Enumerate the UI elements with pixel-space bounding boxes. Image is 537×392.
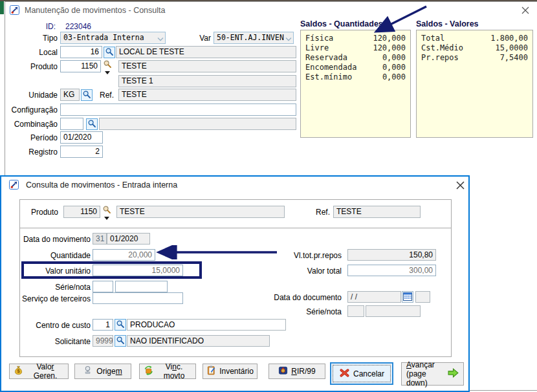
window2-close-button[interactable] — [455, 181, 465, 191]
saldos-valores-panel: Total1.800,00 Cst.Médio15,0000 Pr.repos7… — [416, 30, 533, 138]
dropdown-triangle-icon — [104, 217, 109, 220]
origem-button[interactable]: Origem — [74, 364, 131, 379]
vl-tot-pr-repos-label: Vl.tot.pr.repos — [247, 251, 342, 260]
saldo-row: Física120,000 — [305, 34, 406, 43]
combinacao-label: Combinação — [5, 120, 58, 129]
nota2-field[interactable] — [366, 305, 421, 317]
window1-close-button[interactable] — [520, 6, 531, 16]
data-movimento-field[interactable]: 01/2020 — [107, 233, 150, 245]
valor-unitario-label: Valor unitário — [1, 267, 91, 276]
calendar-button[interactable] — [402, 291, 413, 303]
data-documento-input[interactable]: / / — [347, 291, 401, 303]
stamp-icon — [83, 365, 93, 377]
avancar-button[interactable]: Avançar (page down) — [401, 362, 464, 386]
app-icon — [10, 5, 19, 15]
saldos-quantidades-panel: Física120,000 Livre120,000 Reservada0,00… — [300, 30, 411, 138]
dropdown-triangle-icon — [105, 71, 110, 74]
solicitante-code-input[interactable]: 9999 — [93, 335, 113, 347]
serie2-field[interactable] — [347, 305, 364, 317]
produto-search-button[interactable] — [102, 205, 112, 220]
tipo-label: Tipo — [5, 34, 58, 43]
valor-unitario-input[interactable]: 15,0000 — [93, 265, 183, 276]
clipboard-icon — [206, 365, 216, 377]
serie-nota-label: Série/nota — [1, 283, 91, 292]
quantidade-input[interactable]: 20,000 — [93, 249, 155, 261]
tipo-select[interactable]: 03-Entrada Interna — [60, 32, 166, 44]
inventario-button-label: Inventário — [219, 367, 254, 376]
registro-input[interactable]: 2 — [60, 146, 103, 158]
saldo-row: Pr.repos7,5400 — [421, 53, 528, 63]
close-icon — [456, 181, 465, 191]
id-value: 223046 — [65, 22, 91, 31]
var-label: Var — [190, 34, 211, 43]
saldo-row: Reservada0,000 — [305, 53, 406, 63]
saldo-row: Cst.Médio15,0000 — [421, 43, 528, 53]
configuracao-label: Configuração — [5, 105, 58, 114]
servico-terceiros-input[interactable] — [93, 292, 183, 304]
money-bag-icon: $ — [14, 365, 23, 377]
search-icon — [116, 320, 125, 331]
window2-titlebar[interactable]: Consulta de movimentos - Entrada interna — [1, 177, 468, 193]
tipo-selected-value: 03-Entrada Interna — [63, 33, 144, 42]
centro-custo-code-input[interactable]: 1 — [93, 319, 113, 331]
data-documento-extra-field[interactable] — [415, 291, 430, 303]
ref-field: TESTE — [118, 89, 296, 101]
window-consulta-movimentos: Consulta de movimentos - Entrada interna… — [0, 175, 470, 392]
search-icon — [102, 205, 111, 216]
ref-label: Ref. — [89, 91, 114, 100]
unidade-field[interactable]: KG — [60, 89, 80, 101]
inventario-button[interactable]: Inventário — [203, 364, 258, 379]
produto-desc-field: TESTE — [118, 60, 296, 72]
serie-input[interactable] — [93, 281, 113, 292]
saldos-quantidades-title: Saldos - Quantidades — [300, 19, 383, 28]
saldo-row: Total1.800,00 — [421, 34, 528, 43]
valor-geren-button-label: Valor Geren. — [27, 362, 64, 380]
centro-custo-desc-field: PRODUCAO — [127, 319, 286, 331]
produto-code-input[interactable]: 1150 — [60, 60, 101, 72]
configuracao-input[interactable] — [60, 103, 296, 116]
rir-button-label: RIR/99 — [291, 367, 315, 376]
local-desc-field: LOCAL DE TESTE — [116, 46, 296, 58]
rir-button[interactable]: RIR/99 — [268, 364, 325, 379]
nota-input[interactable] — [115, 281, 168, 292]
produto-desc-field: TESTE — [116, 206, 285, 218]
vinc-movto-button[interactable]: Vinc. movto — [139, 364, 196, 379]
produto-search-button[interactable] — [102, 60, 113, 74]
app-icon — [9, 180, 19, 190]
var-select[interactable]: 50-ENT.AJ.INVEN — [214, 32, 294, 44]
cancelar-button[interactable]: Cancelar — [330, 362, 393, 385]
produto-separator — [20, 228, 451, 228]
serie-nota2-label: Série/nota — [247, 307, 342, 316]
background-window-sliver — [0, 1, 4, 14]
solicitante-search-button[interactable] — [115, 335, 126, 347]
centro-custo-search-button[interactable] — [115, 319, 126, 331]
cancel-x-icon — [339, 368, 350, 380]
local-search-button[interactable] — [104, 47, 115, 58]
search-icon — [105, 47, 114, 58]
screen: Manutenção de movimentos - Consulta ID: … — [0, 0, 537, 392]
arrow-right-icon — [448, 367, 459, 380]
data-movimento-day-field: 31 — [93, 233, 107, 245]
vl-tot-pr-repos-field: 150,80 — [347, 249, 436, 261]
link-movement-icon — [144, 365, 153, 377]
servico-terceiros-label: Serviço de terceiros — [1, 294, 91, 303]
window1-titlebar[interactable]: Manutenção de movimentos - Consulta — [5, 2, 537, 19]
solicitante-desc-field: NAO IDENTIFICADO — [127, 335, 270, 347]
quantidade-label: Quantidade — [1, 251, 91, 260]
rir-icon — [278, 365, 288, 377]
avancar-button-label: Avançar (page down) — [406, 360, 444, 387]
movement-groupbox — [19, 199, 452, 357]
periodo-input[interactable]: 01/2020 — [60, 131, 103, 144]
close-icon — [521, 6, 529, 16]
combinacao-code-input[interactable] — [60, 118, 83, 130]
chevron-down-icon — [157, 35, 164, 44]
combinacao-search-button[interactable] — [86, 118, 98, 130]
local-code-input[interactable]: 16 — [60, 46, 102, 58]
data-movimento-label: Data do movimento — [1, 235, 91, 244]
var-selected-value: 50-ENT.AJ.INVEN — [217, 33, 284, 42]
window2-title: Consulta de movimentos - Entrada interna — [26, 180, 177, 190]
produto-code-field[interactable]: 1150 — [63, 206, 100, 218]
registro-label: Registro — [5, 147, 58, 157]
search-icon — [103, 60, 112, 71]
valor-geren-button[interactable]: $ Valor Geren. — [9, 364, 69, 379]
